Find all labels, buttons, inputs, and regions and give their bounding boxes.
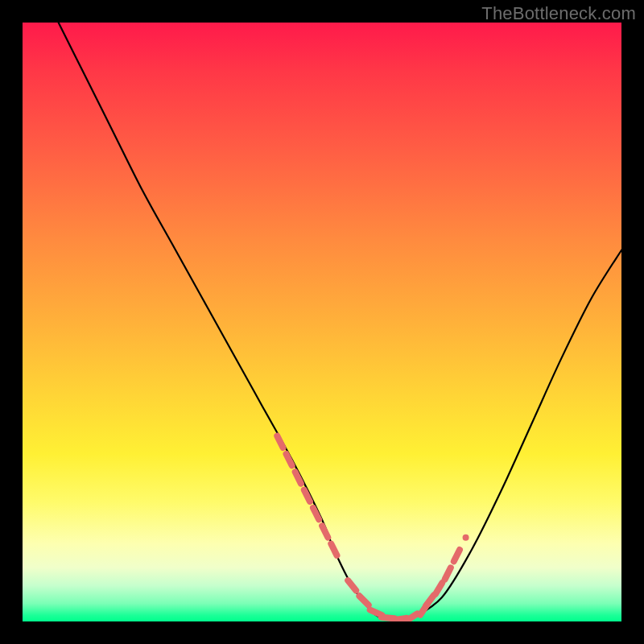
highlight-dash bbox=[426, 596, 434, 606]
highlight-dash bbox=[370, 610, 382, 616]
highlight-dash bbox=[287, 454, 292, 465]
curve-layer bbox=[23, 23, 621, 621]
highlight-dash bbox=[436, 583, 442, 594]
plot-area bbox=[23, 23, 621, 621]
highlight-dash bbox=[445, 568, 451, 579]
watermark-text: TheBottleneck.com bbox=[481, 3, 636, 24]
highlight-dash bbox=[359, 596, 368, 605]
highlight-dash bbox=[454, 550, 460, 561]
highlight-dash bbox=[407, 613, 417, 621]
highlight-dash bbox=[348, 580, 356, 591]
chart-container: TheBottleneck.com bbox=[0, 0, 644, 644]
highlight-dash bbox=[322, 526, 328, 537]
highlight-dash bbox=[277, 436, 283, 448]
highlight-dash bbox=[331, 544, 336, 555]
main-curve bbox=[59, 23, 621, 620]
highlight-dots bbox=[277, 436, 465, 621]
